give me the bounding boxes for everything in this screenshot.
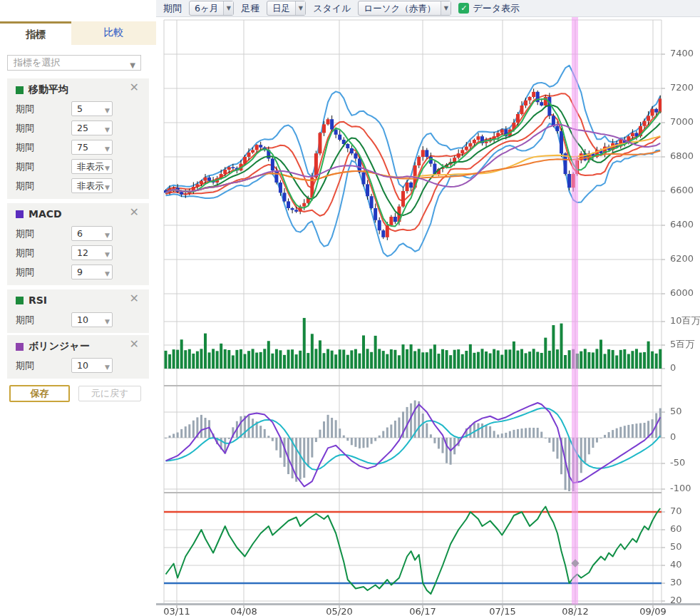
indicator-section: ボリンジャー ✕期間 10 ▼ bbox=[7, 335, 149, 379]
chevron-down-icon: ▼ bbox=[105, 315, 110, 329]
chevron-down-icon: ▼ bbox=[105, 162, 110, 175]
period-row-label: 期間 bbox=[16, 247, 34, 260]
period-select[interactable]: 6 ▼ bbox=[71, 226, 113, 241]
chevron-down-icon: ▼ bbox=[105, 229, 110, 242]
indicator-section: MACD ✕期間 6 ▼期間 12 ▼期間 9 ▼ bbox=[7, 203, 149, 285]
indicator-color-icon bbox=[16, 210, 24, 218]
period-row-label: 期間 bbox=[16, 180, 34, 192]
indicator-color-icon bbox=[16, 297, 24, 304]
chevron-down-icon: ▼ bbox=[105, 267, 110, 281]
close-icon[interactable]: ✕ bbox=[130, 207, 139, 218]
tab-indicators[interactable]: 指標 bbox=[0, 21, 71, 45]
period-label: 期間 bbox=[163, 2, 182, 15]
chevron-down-icon: ▼ bbox=[105, 123, 110, 137]
indicator-section: RSI ✕期間 10 ▼ bbox=[7, 289, 149, 333]
period-select[interactable]: 6ヶ月 ▼ bbox=[189, 1, 234, 16]
indicator-select[interactable]: 指標を選択 ▼ bbox=[7, 55, 141, 71]
period-select[interactable]: 12 ▼ bbox=[71, 245, 113, 260]
stock-chart-canvas[interactable] bbox=[156, 0, 700, 616]
chevron-down-icon: ▼ bbox=[105, 104, 110, 118]
indicator-color-icon bbox=[16, 343, 24, 351]
checkbox-checked-icon[interactable]: ✓ bbox=[458, 3, 469, 14]
indicator-sidebar: 指標 比較 指標を選択 ▼ 移動平均 ✕期間 5 ▼期間 25 ▼期間 bbox=[0, 0, 156, 616]
style-label: スタイル bbox=[313, 2, 351, 15]
period-select[interactable]: 5 ▼ bbox=[71, 101, 113, 116]
style-select[interactable]: ローソク（赤青） ▼ bbox=[358, 1, 451, 16]
period-row-label: 期間 bbox=[16, 160, 34, 173]
indicator-select-placeholder: 指標を選択 bbox=[14, 57, 60, 68]
chart-toolbar: 期間 6ヶ月 ▼ 足種 日足 ▼ スタイル ローソク（赤青） ▼ ✓ データ表示 bbox=[156, 0, 700, 17]
close-icon[interactable]: ✕ bbox=[130, 293, 139, 304]
period-select[interactable]: 10 ▼ bbox=[71, 358, 113, 373]
period-select[interactable]: 10 ▼ bbox=[71, 312, 113, 327]
indicator-section: 移動平均 ✕期間 5 ▼期間 25 ▼期間 75 ▼期間 非表示 bbox=[7, 78, 149, 199]
chevron-down-icon[interactable]: ▼ bbox=[223, 1, 233, 15]
indicator-color-icon bbox=[16, 86, 24, 94]
bartype-label: 足種 bbox=[241, 2, 259, 15]
save-button[interactable]: 保存 bbox=[9, 385, 70, 402]
chevron-down-icon: ▼ bbox=[105, 143, 110, 156]
period-row-label: 期間 bbox=[16, 359, 34, 372]
period-select[interactable]: 75 ▼ bbox=[71, 140, 113, 155]
reset-button[interactable]: 元に戻す bbox=[78, 386, 141, 401]
chevron-down-icon[interactable]: ▼ bbox=[295, 1, 305, 15]
chevron-down-icon: ▼ bbox=[130, 58, 135, 73]
tab-compare[interactable]: 比較 bbox=[71, 21, 156, 45]
bartype-select[interactable]: 日足 ▼ bbox=[267, 1, 306, 16]
period-row-label: 期間 bbox=[16, 122, 34, 135]
indicator-section-title: RSI bbox=[16, 294, 47, 306]
period-row-label: 期間 bbox=[16, 227, 34, 240]
chevron-down-icon: ▼ bbox=[105, 181, 110, 195]
indicator-section-title: MACD bbox=[16, 208, 62, 220]
period-row-label: 期間 bbox=[16, 103, 34, 115]
chevron-down-icon: ▼ bbox=[105, 248, 110, 262]
period-row-label: 期間 bbox=[16, 141, 34, 154]
indicator-section-title: ボリンジャー bbox=[16, 340, 90, 353]
period-select[interactable]: 非表示 ▼ bbox=[71, 178, 113, 193]
period-row-label: 期間 bbox=[16, 314, 34, 327]
chevron-down-icon[interactable]: ▼ bbox=[441, 1, 451, 15]
period-row-label: 期間 bbox=[16, 266, 34, 279]
period-select[interactable]: 9 ▼ bbox=[71, 265, 113, 279]
close-icon[interactable]: ✕ bbox=[130, 339, 139, 350]
period-select[interactable]: 非表示 ▼ bbox=[71, 159, 113, 174]
close-icon[interactable]: ✕ bbox=[130, 82, 139, 93]
indicator-section-title: 移動平均 bbox=[16, 83, 68, 96]
period-select[interactable]: 25 ▼ bbox=[71, 120, 113, 135]
chevron-down-icon: ▼ bbox=[105, 361, 110, 374]
data-display-toggle[interactable]: ✓ データ表示 bbox=[458, 2, 520, 15]
